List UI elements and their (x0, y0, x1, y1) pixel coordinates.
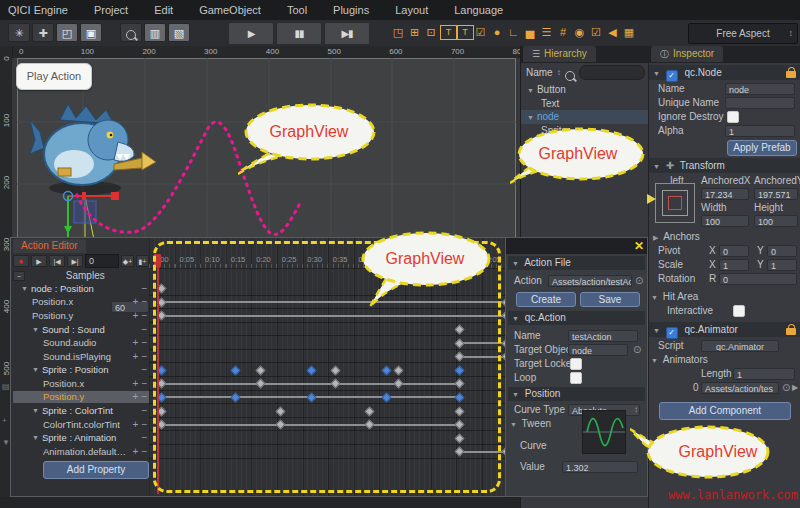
property-row-colortint.colortint[interactable]: ColorTint.colorTint+− (13, 418, 149, 431)
pivot-y-field[interactable]: 0 (767, 245, 797, 257)
remove-button[interactable]: − (140, 364, 149, 375)
collapse-button[interactable]: − (13, 271, 25, 281)
add-component-button[interactable]: Add Component (659, 402, 791, 420)
alpha-field[interactable]: 1 (725, 125, 795, 137)
sprite-tool[interactable]: ◳ (390, 24, 406, 41)
menu-item[interactable]: Plugins (333, 4, 369, 16)
chevron-down-icon[interactable]: ▼ (32, 407, 39, 414)
menu-item[interactable]: Language (454, 4, 503, 16)
chevron-down-icon[interactable]: ▼ (32, 434, 39, 441)
menu-item[interactable]: GameObject (199, 4, 261, 16)
property-row-spritecolortint[interactable]: ▼Sprite : ColorTint− (13, 404, 149, 417)
target-locked-checkbox[interactable] (570, 358, 582, 370)
disc-tool[interactable]: ◉ (572, 24, 588, 41)
move-tool[interactable]: ✚ (32, 23, 54, 42)
anchoredy-field[interactable]: 197.571 (754, 188, 798, 200)
animators-row[interactable]: ▼ Animators (649, 353, 800, 367)
object-picker-icon[interactable]: ⊙ (782, 381, 790, 395)
uiimage-tool[interactable]: ⊞ (407, 24, 423, 41)
menu-item[interactable]: Edit (154, 4, 173, 16)
aspect-dropdown[interactable]: Free Aspect ↕ (688, 23, 798, 44)
panel-tool[interactable]: ⊡ (423, 24, 439, 41)
qcnode-enabled-checkbox[interactable]: ✓ (666, 70, 678, 82)
scale-x-field[interactable]: 1 (719, 259, 749, 271)
play-preview-icon[interactable]: ▶ (792, 381, 798, 395)
value-field[interactable]: 1.302 (562, 461, 638, 473)
corner-tool[interactable]: ∟ (506, 24, 522, 41)
fold-icon[interactable]: ▼ (2, 438, 10, 447)
prev-key-button[interactable]: |◀ (49, 255, 65, 267)
property-row-position.x[interactable]: Position.x+− (13, 377, 149, 390)
anchoredx-field[interactable]: 17.234 (701, 188, 749, 200)
unique-name-field[interactable] (725, 97, 795, 109)
curve-preview[interactable] (582, 410, 626, 454)
remove-button[interactable]: − (140, 324, 149, 335)
add-key-button[interactable]: + (131, 310, 140, 321)
pause-button[interactable]: ▮▮ (276, 22, 322, 45)
zoom-tool[interactable] (120, 23, 142, 42)
add-key-button[interactable]: + (131, 296, 140, 307)
hand-tool[interactable]: ✳ (8, 23, 30, 42)
property-row-sound.isplaying[interactable]: Sound.isPlaying+− (13, 350, 149, 363)
menu-item[interactable]: Tool (287, 4, 307, 16)
chevron-down-icon[interactable]: ▼ (527, 87, 534, 94)
sound-tool[interactable]: ◀ (605, 24, 621, 41)
panel-toggle[interactable]: ▥ (144, 23, 166, 42)
updown-arrow-icon[interactable]: ↕ (557, 68, 561, 77)
property-row-sound.audio[interactable]: Sound.audio+− (13, 336, 149, 349)
frame-field[interactable]: 0 (85, 254, 119, 268)
interactive-checkbox[interactable] (733, 305, 745, 317)
scale-y-field[interactable]: 1 (767, 259, 797, 271)
play-button[interactable]: ▶ (31, 255, 47, 267)
create-button[interactable]: Create (516, 292, 576, 307)
next-key-button[interactable]: ▶| (67, 255, 83, 267)
property-row-soundsound[interactable]: ▼Sound : Sound− (13, 323, 149, 336)
toggle-tool[interactable]: ☑ (588, 24, 604, 41)
tilemap-tool[interactable]: ▦ (621, 24, 637, 41)
dot-tool[interactable]: ● (489, 24, 505, 41)
action-file-header[interactable]: ▼ Action File (508, 256, 645, 270)
length-field[interactable]: 1 (733, 368, 795, 380)
image-icon[interactable]: ▤ (2, 382, 10, 391)
tab-hierarchy[interactable]: ☰Hierarchy (523, 46, 596, 62)
tab-inspector[interactable]: ⓘInspector (651, 46, 723, 62)
remove-button[interactable]: − (140, 405, 149, 416)
add-event-button[interactable]: ▮+ (136, 255, 149, 267)
hit-area-row[interactable]: ▼ Hit Area (649, 290, 800, 304)
add-property-button[interactable]: Add Property (43, 461, 149, 479)
property-row-position.y[interactable]: Position.y+− (13, 391, 149, 404)
property-row-position.y[interactable]: Position.y+− (13, 309, 149, 322)
slider-tool[interactable]: # (555, 24, 571, 41)
bitmap-text-tool[interactable]: T (456, 25, 474, 40)
ignore-destroy-checkbox[interactable] (727, 111, 739, 123)
remove-button[interactable]: − (140, 351, 149, 362)
lock-icon[interactable] (786, 324, 796, 335)
object-picker-icon[interactable]: ⊙ (635, 274, 643, 288)
list-tool[interactable]: ☰ (539, 24, 555, 41)
play-action-button[interactable]: Play Action (16, 63, 92, 90)
chevron-down-icon[interactable]: ▼ (32, 366, 39, 373)
property-row-animation.defaultanima[interactable]: Animation.defaultAnima+− (13, 445, 149, 458)
chevron-down-icon[interactable]: ▼ (653, 163, 660, 170)
remove-button[interactable]: − (140, 283, 149, 294)
anchors-row[interactable]: ▶ Anchors (649, 230, 800, 244)
rotation-field[interactable]: 0 (719, 273, 797, 285)
remove-button[interactable]: − (140, 378, 149, 389)
tab-action-editor[interactable]: Action Editor (13, 239, 86, 253)
chevron-down-icon[interactable]: ▼ (653, 70, 660, 77)
remove-button[interactable]: − (140, 391, 149, 402)
width-field[interactable]: 100 (701, 215, 749, 227)
text-tool[interactable]: T (440, 25, 458, 40)
search-input[interactable] (579, 65, 645, 80)
remove-button[interactable]: − (140, 446, 149, 457)
position-header[interactable]: ▼ Position (508, 387, 645, 401)
animator-enabled-checkbox[interactable]: ✓ (666, 327, 678, 339)
plus-icon[interactable]: + (2, 416, 7, 425)
add-key-button[interactable]: + (131, 351, 140, 362)
close-icon[interactable]: ✕ (634, 239, 644, 253)
property-row-position.x[interactable]: Position.x+− (13, 296, 149, 309)
add-key-button[interactable]: + (131, 378, 140, 389)
animator-asset-field[interactable]: Assets/action/tes (701, 382, 779, 394)
menu-item[interactable]: Project (94, 4, 128, 16)
loop-checkbox[interactable] (570, 372, 582, 384)
